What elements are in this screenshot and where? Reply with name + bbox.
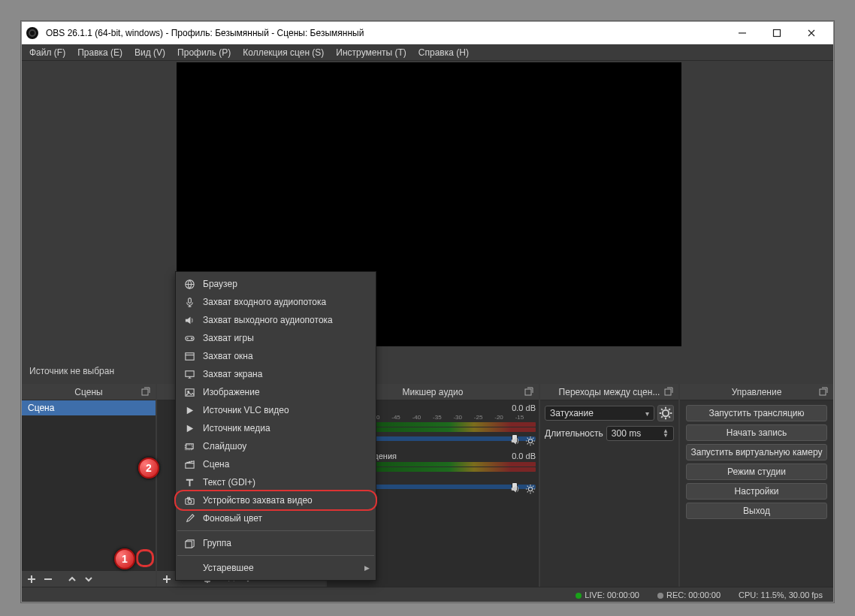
- scene-add-button[interactable]: [25, 572, 38, 586]
- start-stream-button[interactable]: Запустить трансляцию: [686, 405, 827, 421]
- source-add-button[interactable]: [160, 572, 174, 586]
- menu-item-deprecated[interactable]: Устаревшее: [176, 559, 376, 577]
- menu-file[interactable]: Файл (F): [29, 47, 65, 58]
- play-icon: [183, 404, 195, 416]
- titlebar: OBS 26.1.1 (64-bit, windows) - Профиль: …: [22, 22, 833, 44]
- menu-edit[interactable]: Правка (E): [77, 47, 122, 58]
- mic-icon: [183, 296, 195, 308]
- menu-item-label: Захват окна: [203, 351, 253, 361]
- gamepad-icon: [183, 332, 195, 344]
- transition-type-value: Затухание: [550, 408, 594, 418]
- menu-separator: [177, 530, 374, 531]
- add-source-context-menu: Браузер Захват входного аудиопотока Захв…: [175, 271, 376, 581]
- svg-rect-1: [142, 389, 148, 395]
- transitions-body: Затухание ▾ Длительность 300 ms ▲▼: [540, 400, 678, 445]
- scene-down-button[interactable]: [82, 572, 95, 586]
- menu-item-game-capture[interactable]: Захват игры: [176, 329, 376, 347]
- group-icon: [183, 537, 195, 549]
- image-icon: [183, 386, 195, 398]
- menu-item-label: Захват выходного аудиопотока: [203, 315, 333, 325]
- studio-mode-button[interactable]: Режим студии: [686, 464, 827, 480]
- svg-point-22: [188, 500, 192, 503]
- menu-tools[interactable]: Инструменты (T): [336, 47, 406, 58]
- play-icon: [183, 422, 195, 434]
- menu-item-label: Изображение: [203, 387, 260, 397]
- scenes-body: Сцена: [22, 400, 156, 570]
- menu-separator: [177, 555, 374, 556]
- menu-item-display-capture[interactable]: Захват экрана: [176, 365, 376, 383]
- menu-item-label: Браузер: [203, 279, 237, 289]
- window-minimize-button[interactable]: [725, 22, 760, 44]
- menu-help[interactable]: Справка (H): [418, 47, 469, 58]
- menu-item-label: Группа: [203, 538, 231, 548]
- menu-item-color-source[interactable]: Фоновый цвет: [176, 509, 376, 527]
- audio-track-db: 0.0 dB: [512, 403, 536, 412]
- menu-item-media-source[interactable]: Источник медиа: [176, 419, 376, 437]
- svg-point-5: [528, 439, 532, 442]
- svg-rect-15: [185, 370, 193, 376]
- menu-item-video-capture[interactable]: Устройство захвата видео: [176, 491, 376, 509]
- camera-icon: [183, 494, 195, 506]
- scene-remove-button[interactable]: [41, 572, 55, 586]
- screen-icon: [183, 368, 195, 380]
- mute-icon[interactable]: [510, 484, 521, 497]
- menu-item-label: Источник медиа: [203, 423, 270, 433]
- slideshow-icon: [183, 440, 195, 452]
- menu-view[interactable]: Вид (V): [134, 47, 165, 58]
- scenes-footer: [22, 570, 156, 587]
- menu-item-text[interactable]: Текст (GDI+): [176, 473, 376, 491]
- controls-dock: Управление Запустить трансляцию Начать з…: [680, 384, 833, 587]
- window-maximize-button[interactable]: [760, 22, 794, 44]
- menu-item-label: Устаревшее: [203, 563, 254, 573]
- transitions-title: Переходы между сцен...: [559, 387, 660, 397]
- menu-item-label: Захват игры: [203, 333, 254, 343]
- popout-icon[interactable]: [524, 386, 534, 397]
- statusbar: LIVE: 00:00:00 REC: 00:00:00 CPU: 11.5%,…: [22, 587, 833, 602]
- menu-item-scene[interactable]: Сцена: [176, 455, 376, 473]
- scenes-header: Сцены: [22, 384, 156, 400]
- menu-scene-collection[interactable]: Коллекция сцен (S): [243, 47, 324, 58]
- controls-title: Управление: [732, 387, 782, 397]
- menu-item-label: Устройство захвата видео: [203, 495, 313, 506]
- transition-select[interactable]: Затухание ▾: [545, 406, 654, 421]
- transition-props-button[interactable]: [657, 405, 674, 421]
- menu-item-slideshow[interactable]: Слайдшоу: [176, 437, 376, 455]
- menu-item-window-capture[interactable]: Захват окна: [176, 347, 376, 365]
- annotation-callout-1: 1: [114, 548, 135, 569]
- menu-item-label: Источник VLC видео: [203, 405, 289, 415]
- gear-icon[interactable]: [525, 484, 536, 497]
- menu-item-group[interactable]: Группа: [176, 534, 376, 552]
- preview-area: [22, 61, 833, 373]
- window-close-button[interactable]: [794, 22, 829, 44]
- clapper-icon: [183, 458, 195, 470]
- audio-track-db: 0.0 dB: [512, 451, 536, 460]
- gear-icon[interactable]: [525, 436, 536, 448]
- scene-up-button[interactable]: [65, 572, 79, 586]
- svg-rect-20: [185, 463, 193, 468]
- svg-point-8: [663, 410, 669, 416]
- mute-icon[interactable]: [510, 436, 521, 448]
- duration-input[interactable]: 300 ms ▲▼: [606, 426, 674, 441]
- scene-item[interactable]: Сцена: [22, 400, 156, 415]
- popout-icon[interactable]: [818, 386, 829, 397]
- menu-item-vlc-source[interactable]: Источник VLC видео: [176, 401, 376, 419]
- stream-status: LIVE: 00:00:00: [576, 590, 639, 599]
- svg-rect-14: [185, 352, 193, 359]
- settings-button[interactable]: Настройки: [686, 483, 827, 500]
- menu-item-label: Захват входного аудиопотока: [203, 297, 326, 307]
- menu-item-audio-input[interactable]: Захват входного аудиопотока: [176, 293, 376, 311]
- menu-profile[interactable]: Профиль (P): [177, 47, 231, 58]
- svg-rect-7: [665, 389, 671, 395]
- transitions-dock: Переходы между сцен... Затухание ▾ Длите…: [540, 384, 678, 587]
- spinner-icons[interactable]: ▲▼: [663, 429, 669, 438]
- popout-icon[interactable]: [140, 386, 151, 397]
- start-virtualcam-button[interactable]: Запустить виртуальную камеру: [686, 444, 827, 460]
- scenes-dock: Сцены Сцена: [22, 384, 156, 587]
- menu-item-image[interactable]: Изображение: [176, 383, 376, 401]
- menu-item-browser[interactable]: Браузер: [176, 275, 376, 293]
- exit-button[interactable]: Выход: [686, 503, 827, 519]
- bottom-docks: Сцены Сцена Источники: [22, 384, 833, 587]
- menu-item-audio-output[interactable]: Захват выходного аудиопотока: [176, 311, 376, 329]
- start-record-button[interactable]: Начать запись: [686, 424, 827, 441]
- popout-icon[interactable]: [663, 386, 674, 397]
